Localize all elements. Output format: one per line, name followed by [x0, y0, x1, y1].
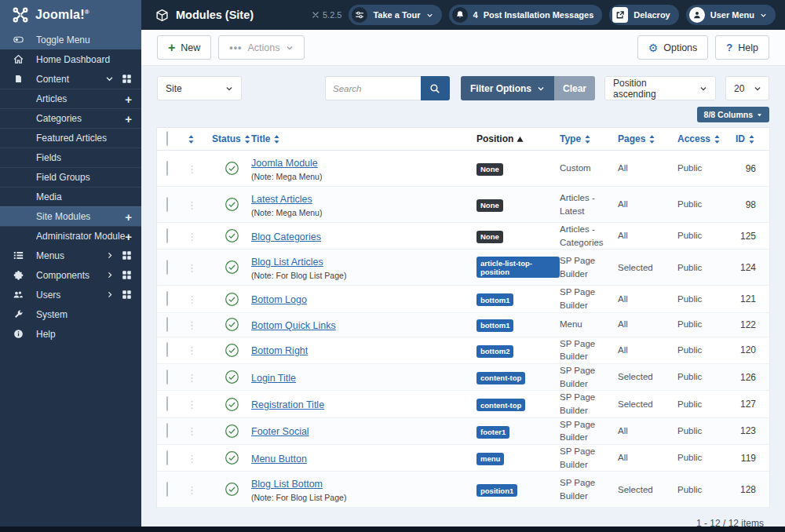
status-published-icon[interactable] — [225, 197, 239, 212]
search-button[interactable] — [421, 76, 450, 100]
row-checkbox[interactable] — [166, 342, 168, 357]
select-all-checkbox[interactable] — [166, 131, 168, 146]
module-title-link[interactable]: Menu Button — [251, 454, 307, 465]
status-published-icon[interactable] — [225, 370, 239, 384]
module-title-link[interactable]: Blog List Articles — [251, 257, 323, 268]
module-title-link[interactable]: Registration Title — [251, 399, 324, 410]
drag-handle-icon[interactable]: ⋮ — [187, 453, 197, 465]
sidebar-item-field-groups[interactable]: Field Groups — [0, 167, 141, 187]
status-published-icon[interactable] — [225, 343, 239, 358]
client-select[interactable]: Site — [157, 76, 242, 100]
drag-handle-icon[interactable]: ⋮ — [187, 231, 197, 242]
grid-icon[interactable] — [122, 74, 132, 84]
plus-icon[interactable]: + — [125, 211, 132, 223]
module-title-link[interactable]: Footer Social — [251, 426, 309, 437]
drag-handle-icon[interactable]: ⋮ — [187, 319, 197, 331]
sidebar-item-articles[interactable]: Articles+ — [0, 89, 141, 108]
drag-handle-icon[interactable]: ⋮ — [187, 293, 197, 305]
post-installation-messages-button[interactable]: 4 Post Installation Messages — [449, 5, 603, 25]
row-checkbox[interactable] — [166, 197, 168, 212]
plus-icon[interactable]: + — [125, 231, 132, 242]
row-checkbox[interactable] — [166, 482, 168, 497]
sort-select[interactable]: Position ascending — [604, 76, 716, 100]
module-title-link[interactable]: Latest Articles — [251, 194, 312, 205]
grid-icon[interactable] — [122, 270, 132, 280]
table-row: ⋮Latest Articles(Note: Mega Menu)NoneArt… — [157, 187, 769, 223]
chevron-down-icon — [426, 12, 433, 19]
plus-icon[interactable]: + — [125, 93, 132, 105]
status-column-header[interactable]: Status — [212, 133, 251, 144]
drag-handle-icon[interactable]: ⋮ — [187, 199, 197, 211]
row-checkbox[interactable] — [166, 396, 168, 411]
module-title-link[interactable]: Bottom Quick Links — [251, 320, 336, 331]
drag-handle-icon[interactable]: ⋮ — [187, 163, 197, 175]
type-column-header[interactable]: Type — [560, 133, 618, 144]
module-title-link[interactable]: Joomla Module — [251, 158, 318, 169]
status-published-icon[interactable] — [225, 424, 239, 439]
filter-options-button[interactable]: Filter Options — [461, 76, 554, 100]
id-column-header[interactable]: ID — [726, 133, 769, 144]
status-published-icon[interactable] — [225, 260, 239, 275]
access-column-header[interactable]: Access — [677, 133, 726, 144]
sidebar-item-home-dashboard[interactable]: Home Dashboard — [0, 49, 141, 69]
sidebar-item-administrator-modules[interactable]: Administrator Modules+ — [0, 226, 141, 246]
table-row: ⋮Menu ButtonmenuSP Page BuilderAllPublic… — [157, 445, 769, 472]
position-column-header[interactable]: Position — [476, 133, 560, 144]
user-menu-button[interactable]: User Menu — [686, 5, 776, 25]
sidebar-item-featured-articles[interactable]: Featured Articles — [0, 128, 141, 148]
take-a-tour-button[interactable]: Take a Tour — [349, 5, 441, 25]
clear-button[interactable]: Clear — [554, 76, 595, 100]
new-button[interactable]: + New — [157, 35, 211, 60]
row-checkbox[interactable] — [166, 291, 168, 306]
pages-column-header[interactable]: Pages — [618, 133, 677, 144]
drag-handle-icon[interactable]: ⋮ — [187, 399, 197, 410]
grid-icon[interactable] — [122, 250, 132, 261]
module-title-link[interactable]: Bottom Logo — [251, 294, 307, 305]
status-published-icon[interactable] — [225, 450, 239, 465]
sidebar-item-menus[interactable]: Menus — [0, 246, 141, 265]
columns-button[interactable]: 8/8 Columns — [697, 107, 769, 122]
row-checkbox[interactable] — [166, 161, 168, 176]
module-title-link[interactable]: Login Title — [251, 373, 296, 384]
sidebar-item-fields[interactable]: Fields — [0, 148, 141, 167]
status-published-icon[interactable] — [225, 482, 239, 497]
sidebar-item-site-modules[interactable]: Site Modules+ — [0, 206, 141, 226]
module-title-link[interactable]: Blog Categories — [251, 231, 321, 242]
drag-handle-icon[interactable]: ⋮ — [187, 344, 197, 356]
module-title-link[interactable]: Blog List Bottom — [251, 479, 323, 490]
status-published-icon[interactable] — [225, 397, 239, 412]
ordering-column-header[interactable] — [187, 134, 212, 144]
row-checkbox[interactable] — [166, 317, 168, 332]
row-checkbox[interactable] — [166, 450, 168, 465]
sidebar-item-help[interactable]: Help — [0, 324, 141, 344]
title-column-header[interactable]: Title — [251, 133, 476, 144]
plus-icon[interactable]: + — [125, 113, 132, 125]
status-published-icon[interactable] — [225, 317, 239, 332]
sidebar-item-media[interactable]: Media — [0, 187, 141, 206]
module-title-link[interactable]: Bottom Right — [251, 345, 308, 356]
sidebar-item-users[interactable]: Users — [0, 285, 141, 304]
row-checkbox[interactable] — [166, 370, 168, 384]
sidebar-item-system[interactable]: System — [0, 304, 141, 324]
drag-handle-icon[interactable]: ⋮ — [187, 425, 197, 437]
status-published-icon[interactable] — [225, 161, 239, 176]
sidebar-item-content[interactable]: Content — [0, 69, 141, 89]
drag-handle-icon[interactable]: ⋮ — [187, 262, 197, 274]
status-published-icon[interactable] — [225, 228, 239, 243]
row-checkbox[interactable] — [166, 423, 168, 438]
sidebar-item-toggle-menu[interactable]: Toggle Menu — [0, 30, 141, 49]
grid-icon[interactable] — [122, 290, 132, 300]
site-preview-button[interactable]: Delacroy — [609, 5, 678, 25]
drag-handle-icon[interactable]: ⋮ — [187, 372, 197, 384]
sidebar-item-components[interactable]: Components — [0, 265, 141, 285]
status-published-icon[interactable] — [225, 292, 239, 307]
actions-button[interactable]: ••• Actions — [218, 35, 304, 60]
list-limit-select[interactable]: 20 — [725, 76, 769, 100]
help-button[interactable]: ? Help — [715, 35, 769, 60]
row-checkbox[interactable] — [166, 228, 168, 243]
row-checkbox[interactable] — [166, 260, 168, 275]
options-button[interactable]: ⚙︎ Options — [637, 35, 709, 60]
sidebar-item-categories[interactable]: Categories+ — [0, 108, 141, 128]
search-input[interactable] — [325, 76, 421, 100]
drag-handle-icon[interactable]: ⋮ — [187, 484, 197, 496]
